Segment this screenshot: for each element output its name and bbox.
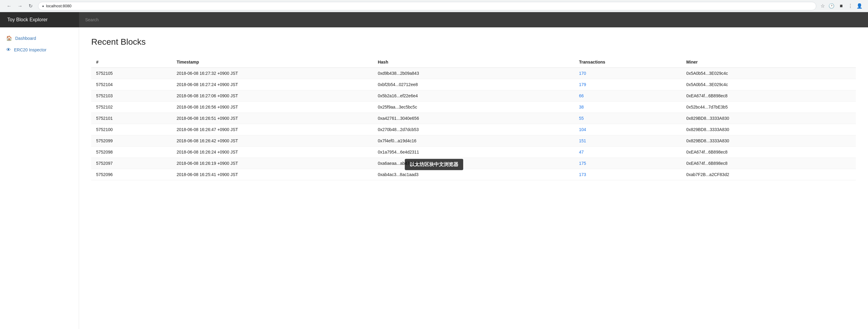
brand-title: Toy Block Explorer: [0, 12, 79, 27]
col-header-transactions: Transactions: [574, 57, 682, 68]
cell-transactions[interactable]: 175: [574, 158, 682, 169]
cell-transactions[interactable]: 151: [574, 135, 682, 146]
forward-button[interactable]: →: [16, 2, 24, 9]
cell-timestamp: 2018-06-08 16:26:47 +0900 JST: [172, 124, 373, 135]
cell-hash: 0x270b48...2d7dcb53: [373, 124, 574, 135]
cell-timestamp: 2018-06-08 16:27:32 +0900 JST: [172, 68, 373, 79]
user-button[interactable]: 👤: [856, 2, 863, 9]
cell-hash: 0xa42761...3040e656: [373, 113, 574, 124]
transaction-count-link[interactable]: 175: [579, 161, 586, 166]
url-text: localhost:8080: [46, 4, 812, 8]
cell-block-number: 5752101: [91, 113, 172, 124]
cell-timestamp: 2018-06-08 16:27:24 +0900 JST: [172, 79, 373, 90]
cell-miner: 0x829BD8...3333A830: [682, 113, 856, 124]
cell-block-number: 5752098: [91, 146, 172, 158]
menu-button[interactable]: ⋮: [847, 2, 854, 9]
cell-miner: 0x52bc44...7d7bE3b5: [682, 102, 856, 113]
cell-timestamp: 2018-06-08 16:26:42 +0900 JST: [172, 135, 373, 146]
back-button[interactable]: ←: [5, 2, 13, 9]
cell-timestamp: 2018-06-08 16:27:06 +0900 JST: [172, 90, 373, 102]
cell-hash: 0xbf2b54...02712ee8: [373, 79, 574, 90]
transaction-count-link[interactable]: 66: [579, 93, 584, 98]
cell-transactions[interactable]: 47: [574, 146, 682, 158]
cell-block-number: 5752103: [91, 90, 172, 102]
cell-block-number: 5752100: [91, 124, 172, 135]
col-header-number: #: [91, 57, 172, 68]
cell-transactions[interactable]: 173: [574, 169, 682, 180]
transaction-count-link[interactable]: 179: [579, 82, 586, 87]
cell-miner: 0x5A0b54...3E029c4c: [682, 68, 856, 79]
table-row: 57520992018-06-08 16:26:42 +0900 JST0x7f…: [91, 135, 856, 146]
cell-block-number: 5752099: [91, 135, 172, 146]
transaction-count-link[interactable]: 170: [579, 71, 586, 76]
browser-actions: ☆ 🕑 ◾ ⋮ 👤: [820, 2, 863, 9]
cell-miner: 0xab7F2B...a2CF83d2: [682, 169, 856, 180]
col-header-timestamp: Timestamp: [172, 57, 373, 68]
search-input[interactable]: [85, 17, 862, 22]
transaction-count-link[interactable]: 55: [579, 116, 584, 121]
cell-transactions[interactable]: 66: [574, 90, 682, 102]
table-header-row: # Timestamp Hash Transactions Miner: [91, 57, 856, 68]
extensions-button[interactable]: ◾: [838, 2, 845, 9]
cell-transactions[interactable]: 170: [574, 68, 682, 79]
cell-block-number: 5752102: [91, 102, 172, 113]
cell-timestamp: 2018-06-08 16:25:41 +0900 JST: [172, 169, 373, 180]
nav-buttons: ← → ↻: [5, 2, 34, 9]
table-row: 57521022018-06-08 16:26:56 +0900 JST0x25…: [91, 102, 856, 113]
cell-hash: 0xd9b438...2b09a843: [373, 68, 574, 79]
transaction-count-link[interactable]: 47: [579, 150, 584, 155]
cell-miner: 0xEA674f...6B898ec8: [682, 146, 856, 158]
cell-block-number: 5752097: [91, 158, 172, 169]
table-row: 57521012018-06-08 16:26:51 +0900 JST0xa4…: [91, 113, 856, 124]
cell-transactions[interactable]: 38: [574, 102, 682, 113]
col-header-hash: Hash: [373, 57, 574, 68]
transaction-count-link[interactable]: 38: [579, 105, 584, 109]
main-area: 🏠 Dashboard 👁 ERC20 Inspector Recent Blo…: [0, 27, 868, 329]
sidebar-item-erc20-label: ERC20 Inspector: [14, 47, 46, 52]
cell-transactions[interactable]: 104: [574, 124, 682, 135]
table-row: 57520982018-06-08 16:26:24 +0900 JST0x1a…: [91, 146, 856, 158]
cell-miner: 0xEA674f...6B898ec8: [682, 90, 856, 102]
search-bar: [79, 17, 868, 22]
cell-transactions[interactable]: 55: [574, 113, 682, 124]
cell-block-number: 5752104: [91, 79, 172, 90]
home-icon: 🏠: [6, 35, 12, 41]
cell-timestamp: 2018-06-08 16:26:24 +0900 JST: [172, 146, 373, 158]
col-header-miner: Miner: [682, 57, 856, 68]
cell-timestamp: 2018-06-08 16:26:19 +0900 JST: [172, 158, 373, 169]
address-bar[interactable]: ● localhost:8080: [38, 2, 816, 10]
cell-block-number: 5752105: [91, 68, 172, 79]
cell-hash: 0x1a7954...6e4d2311: [373, 146, 574, 158]
transaction-count-link[interactable]: 104: [579, 127, 586, 132]
blocks-table: # Timestamp Hash Transactions Miner 5752…: [91, 57, 856, 180]
cell-transactions[interactable]: 179: [574, 79, 682, 90]
sidebar-item-dashboard[interactable]: 🏠 Dashboard: [0, 32, 79, 44]
cell-block-number: 5752096: [91, 169, 172, 180]
app-container: Toy Block Explorer 🏠 Dashboard 👁 ERC20 I…: [0, 12, 868, 329]
cell-timestamp: 2018-06-08 16:26:51 +0900 JST: [172, 113, 373, 124]
table-row: 57521052018-06-08 16:27:32 +0900 JST0xd9…: [91, 68, 856, 79]
cell-timestamp: 2018-06-08 16:26:56 +0900 JST: [172, 102, 373, 113]
cell-hash: 0xa6aeaa...ab476d26: [373, 158, 574, 169]
table-row: 57520972018-06-08 16:26:19 +0900 JST0xa6…: [91, 158, 856, 169]
browser-chrome: ← → ↻ ● localhost:8080 ☆ 🕑 ◾ ⋮ 👤: [0, 0, 868, 12]
cell-miner: 0xEA674f...6B898ec8: [682, 158, 856, 169]
sidebar-item-dashboard-label: Dashboard: [15, 36, 36, 41]
table-row: 57521002018-06-08 16:26:47 +0900 JST0x27…: [91, 124, 856, 135]
cell-miner: 0x5A0b54...3E029c4c: [682, 79, 856, 90]
transaction-count-link[interactable]: 151: [579, 138, 586, 143]
reload-button[interactable]: ↻: [27, 2, 34, 9]
bookmark-button[interactable]: ☆: [820, 2, 826, 9]
transaction-count-link[interactable]: 173: [579, 172, 586, 177]
table-row: 57521032018-06-08 16:27:06 +0900 JST0x5b…: [91, 90, 856, 102]
cell-hash: 0x25f9aa...3ec5bc5c: [373, 102, 574, 113]
cell-hash: 0xab4ac3...8ac1aad3: [373, 169, 574, 180]
page-title: Recent Blocks: [91, 37, 856, 47]
eye-icon: 👁: [6, 47, 11, 53]
table-row: 57520962018-06-08 16:25:41 +0900 JST0xab…: [91, 169, 856, 180]
history-button[interactable]: 🕑: [828, 2, 835, 9]
sidebar-item-erc20[interactable]: 👁 ERC20 Inspector: [0, 44, 79, 56]
table-row: 57521042018-06-08 16:27:24 +0900 JST0xbf…: [91, 79, 856, 90]
main-content: Recent Blocks # Timestamp Hash Transacti…: [79, 27, 868, 329]
lock-icon: ●: [42, 4, 44, 8]
